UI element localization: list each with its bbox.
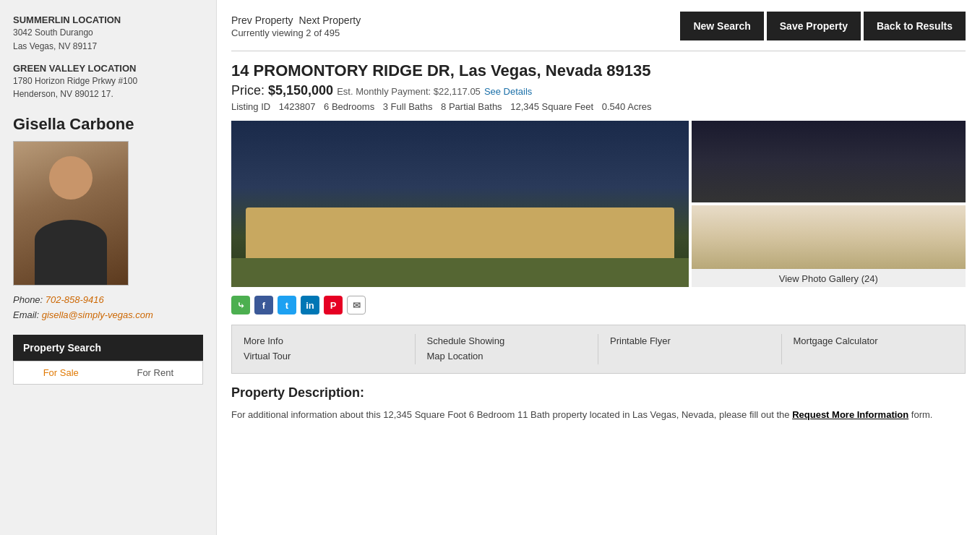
green-valley-location: GREEN VALLEY LOCATION 1780 Horizon Ridge… — [13, 63, 203, 101]
twitter-icon[interactable]: t — [278, 296, 296, 314]
linkedin-icon[interactable]: in — [301, 296, 319, 314]
nav-left: Prev Property Next Property Currently vi… — [231, 14, 361, 38]
agent-email: Email: gisella@simply-vegas.com — [13, 309, 203, 320]
description-text-part2: form. — [908, 409, 932, 420]
sqft: 12,345 Square Feet — [510, 101, 593, 112]
property-price-line: Price: $5,150,000 Est. Monthly Payment: … — [231, 83, 966, 98]
price-value: $5,150,000 — [268, 83, 333, 98]
door-photo[interactable] — [692, 121, 966, 202]
save-property-button[interactable]: Save Property — [767, 12, 861, 40]
summerlin-addr1: 3042 South Durango — [13, 27, 203, 39]
property-nav: Prev Property Next Property — [231, 14, 361, 26]
house-exterior-photo — [231, 121, 689, 287]
summerlin-location-name: SUMMERLIN LOCATION — [13, 14, 203, 25]
tab-for-rent[interactable]: For Rent — [108, 361, 203, 384]
info-bar: More Info Virtual Tour Schedule Showing … — [231, 325, 966, 374]
sidebar: SUMMERLIN LOCATION 3042 South Durango La… — [0, 0, 217, 535]
partial-baths: 8 Partial Baths — [441, 101, 502, 112]
share-icon[interactable]: ⤷ — [231, 296, 250, 314]
bedrooms: 6 Bedrooms — [324, 101, 374, 112]
schedule-showing-cell[interactable]: Schedule Showing Map Location — [416, 334, 599, 364]
property-address: 14 PROMONTORY RIDGE DR, Las Vegas, Nevad… — [231, 61, 966, 80]
price-prefix: Price: — [231, 83, 268, 98]
email-value[interactable]: gisella@simply-vegas.com — [42, 309, 153, 320]
agent-name: Gisella Carbone — [13, 115, 203, 134]
phone-value[interactable]: 702-858-9416 — [46, 294, 104, 305]
see-details-link[interactable]: See Details — [484, 86, 532, 97]
prev-property-link[interactable]: Prev Property — [231, 14, 293, 26]
flyer-cell[interactable]: Printable Flyer — [598, 334, 782, 364]
divider — [231, 51, 966, 51]
property-search-box: Property Search — [13, 335, 203, 361]
top-nav: Prev Property Next Property Currently vi… — [231, 12, 966, 40]
tab-for-sale[interactable]: For Sale — [14, 361, 108, 384]
green-valley-addr2: Henderson, NV 89012 17. — [13, 88, 203, 100]
acres: 0.540 Acres — [602, 101, 652, 112]
agent-phone: Phone: 702-858-9416 — [13, 294, 203, 305]
more-info-cell[interactable]: More Info Virtual Tour — [232, 334, 416, 364]
mortgage-cell[interactable]: Mortgage Calculator — [782, 334, 966, 364]
more-info-link[interactable]: More Info — [244, 334, 403, 349]
email-label: Email: — [13, 309, 39, 320]
next-property-link[interactable]: Next Property — [299, 14, 361, 26]
secondary-photos: View Photo Gallery (24) — [692, 121, 966, 287]
agent-photo — [13, 141, 129, 286]
pinterest-icon[interactable]: P — [324, 296, 343, 314]
listing-id: 1423807 — [279, 101, 316, 112]
green-valley-location-name: GREEN VALLEY LOCATION — [13, 63, 203, 74]
email-icon[interactable]: ✉ — [347, 296, 366, 314]
mortgage-calculator-link[interactable]: Mortgage Calculator — [794, 334, 954, 349]
green-valley-addr1: 1780 Horizon Ridge Prkwy #100 — [13, 75, 203, 87]
listing-id-label: Listing ID — [231, 101, 273, 112]
printable-flyer-link[interactable]: Printable Flyer — [610, 334, 770, 349]
main-photo[interactable] — [231, 121, 689, 287]
view-gallery-label[interactable]: View Photo Gallery (24) — [692, 269, 966, 287]
description-title: Property Description: — [231, 385, 966, 401]
action-buttons: New Search Save Property Back to Results — [680, 12, 966, 40]
virtual-tour-link[interactable]: Virtual Tour — [244, 349, 403, 364]
full-baths: 3 Full Baths — [383, 101, 433, 112]
description-text-part1: For additional information about this 12… — [231, 409, 792, 420]
map-location-link[interactable]: Map Location — [427, 349, 587, 364]
viewing-counter: Currently viewing 2 of 495 — [231, 27, 361, 38]
schedule-showing-link[interactable]: Schedule Showing — [427, 334, 587, 349]
property-search-title: Property Search — [23, 342, 101, 354]
summerlin-location: SUMMERLIN LOCATION 3042 South Durango La… — [13, 14, 203, 53]
request-info-link[interactable]: Request More Information — [792, 409, 908, 420]
est-payment: Est. Monthly Payment: $22,117.05 — [337, 86, 481, 97]
new-search-button[interactable]: New Search — [680, 12, 763, 40]
phone-label: Phone: — [13, 294, 43, 305]
description-text: For additional information about this 12… — [231, 408, 966, 423]
photo-gallery[interactable]: View Photo Gallery (24) — [231, 121, 966, 287]
hallway-photo[interactable]: View Photo Gallery (24) — [692, 205, 966, 287]
back-to-results-button[interactable]: Back to Results — [864, 12, 966, 40]
main-content: Prev Property Next Property Currently vi… — [217, 0, 980, 535]
summerlin-addr2: Las Vegas, NV 89117 — [13, 40, 203, 53]
property-meta: Listing ID 1423807 6 Bedrooms 3 Full Bat… — [231, 101, 966, 112]
social-row: ⤷ f t in P ✉ — [231, 296, 966, 314]
facebook-icon[interactable]: f — [254, 296, 273, 314]
property-search-tabs: For Sale For Rent — [13, 361, 203, 385]
